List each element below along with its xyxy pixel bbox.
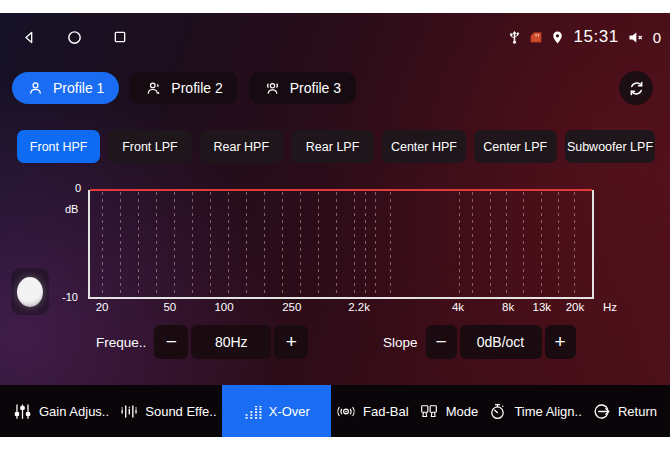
status-icons: 15:31 0 xyxy=(507,27,661,47)
nav-x-over-label: X-Over xyxy=(269,404,310,419)
tab-front-hpf[interactable]: Front HPF xyxy=(17,130,100,163)
screen: 15:31 0 Profile 1 xyxy=(0,13,670,437)
nav-x-over[interactable]: X-Over xyxy=(222,385,331,437)
grid-line xyxy=(365,192,366,297)
slope-plus-button[interactable]: + xyxy=(545,325,576,359)
grid-line xyxy=(459,192,460,297)
frequency-value[interactable]: 80Hz xyxy=(191,325,271,359)
home-icon xyxy=(66,29,83,46)
sd-card-icon xyxy=(529,31,543,43)
reset-button[interactable] xyxy=(619,71,653,105)
recents-button[interactable] xyxy=(112,29,128,45)
frequency-plus-button[interactable]: + xyxy=(274,325,308,359)
home-button[interactable] xyxy=(66,29,83,46)
volume-level: 0 xyxy=(653,29,661,46)
x-tick-100: 100 xyxy=(214,301,233,313)
back-button[interactable] xyxy=(21,29,37,46)
profile-1-label: Profile 1 xyxy=(53,80,104,96)
assist-touch-button[interactable] xyxy=(11,268,49,315)
profile-3-label: Profile 3 xyxy=(290,80,341,96)
grid-line xyxy=(120,192,121,297)
sliders-icon xyxy=(13,402,32,421)
grid-line xyxy=(228,192,229,297)
grid-line xyxy=(506,192,507,297)
system-nav xyxy=(21,29,128,46)
crossover-bars-icon xyxy=(243,402,262,421)
slope-minus-button[interactable]: − xyxy=(426,325,457,359)
slope-value[interactable]: 0dB/oct xyxy=(460,325,542,359)
grid-line xyxy=(102,192,103,297)
grid-line xyxy=(282,192,283,297)
x-axis-unit-label: Hz xyxy=(603,301,617,313)
volume-muted-icon xyxy=(628,30,646,45)
crossover-graph: 0 dB -10 20 50 100 250 2.2k 4k 8k 13k 20… xyxy=(88,190,594,299)
recents-icon xyxy=(112,29,128,45)
x-tick-250: 250 xyxy=(282,301,301,313)
nav-gain-adjust[interactable]: Gain Adjus.. xyxy=(8,385,114,437)
tab-rear-lpf[interactable]: Rear LPF xyxy=(291,130,374,163)
nav-time-align[interactable]: Time Align.. xyxy=(483,385,586,437)
nav-mode[interactable]: Mode xyxy=(414,385,484,437)
slope-control: Slope − 0dB/oct + xyxy=(383,325,579,359)
nav-fad-bal-label: Fad-Bal xyxy=(363,404,409,419)
grid-line xyxy=(390,192,391,297)
grid-line xyxy=(490,192,491,297)
grid-line xyxy=(558,192,559,297)
x-tick-4k: 4k xyxy=(452,301,464,313)
filter-tabs: Front HPF Front LPF Rear HPF Rear LPF Ce… xyxy=(17,130,655,163)
y-axis-max-label: 0 xyxy=(75,182,81,194)
location-icon xyxy=(550,29,565,46)
grid-line xyxy=(523,192,524,297)
usb-icon xyxy=(507,29,522,46)
x-tick-2-2k: 2.2k xyxy=(348,301,370,313)
refresh-icon xyxy=(627,79,646,98)
tab-rear-hpf[interactable]: Rear HPF xyxy=(200,130,283,163)
frequency-minus-button[interactable]: − xyxy=(154,325,188,359)
grid-line xyxy=(246,192,247,297)
fader-balance-icon xyxy=(336,402,356,421)
tab-subwoofer-lpf[interactable]: Subwoofer LPF xyxy=(565,130,655,163)
nav-sound-effects[interactable]: Sound Effe.. xyxy=(114,385,221,437)
frequency-control: Freque.. − 80Hz + xyxy=(96,325,311,359)
speakers-icon xyxy=(419,402,439,421)
profile-2-label: Profile 2 xyxy=(171,80,222,96)
person-check-icon xyxy=(145,80,162,97)
tab-center-lpf[interactable]: Center LPF xyxy=(474,130,557,163)
x-tick-13k: 13k xyxy=(533,301,552,313)
assist-touch-knob-icon xyxy=(17,277,43,307)
grid-line xyxy=(336,192,337,297)
status-bar: 15:31 0 xyxy=(0,20,670,54)
slope-label: Slope xyxy=(383,335,418,350)
grid-line xyxy=(192,192,193,297)
grid-line xyxy=(156,192,157,297)
nav-mode-label: Mode xyxy=(446,404,479,419)
stopwatch-icon xyxy=(488,402,507,421)
nav-return-label: Return xyxy=(618,404,657,419)
clock: 15:31 xyxy=(574,27,619,47)
nav-sound-effects-label: Sound Effe.. xyxy=(145,404,216,419)
nav-fad-bal[interactable]: Fad-Bal xyxy=(331,385,414,437)
grid-line xyxy=(174,192,175,297)
grid-line xyxy=(354,192,355,297)
tab-profile-2[interactable]: Profile 2 xyxy=(130,72,237,104)
x-tick-50: 50 xyxy=(163,301,176,313)
grid-line xyxy=(574,192,575,297)
tab-profile-3[interactable]: Profile 3 xyxy=(249,72,356,104)
bottom-nav: Gain Adjus.. Sound Effe.. xyxy=(0,385,670,437)
grid-layer xyxy=(90,190,592,297)
response-curve xyxy=(90,189,592,191)
tab-center-hpf[interactable]: Center HPF xyxy=(382,130,465,163)
grid-line xyxy=(472,192,473,297)
grid-line xyxy=(375,192,376,297)
y-axis-unit-label: dB xyxy=(65,203,78,215)
grid-line xyxy=(318,192,319,297)
tab-front-lpf[interactable]: Front LPF xyxy=(108,130,191,163)
frequency-label: Freque.. xyxy=(96,335,146,350)
person-group-icon xyxy=(264,80,281,97)
profile-tabs: Profile 1 Profile 2 Prof xyxy=(12,72,356,104)
nav-return[interactable]: Return xyxy=(587,385,662,437)
x-tick-20: 20 xyxy=(96,301,109,313)
tab-profile-1[interactable]: Profile 1 xyxy=(12,72,119,104)
x-tick-8k: 8k xyxy=(502,301,514,313)
equalizer-icon xyxy=(119,402,138,421)
